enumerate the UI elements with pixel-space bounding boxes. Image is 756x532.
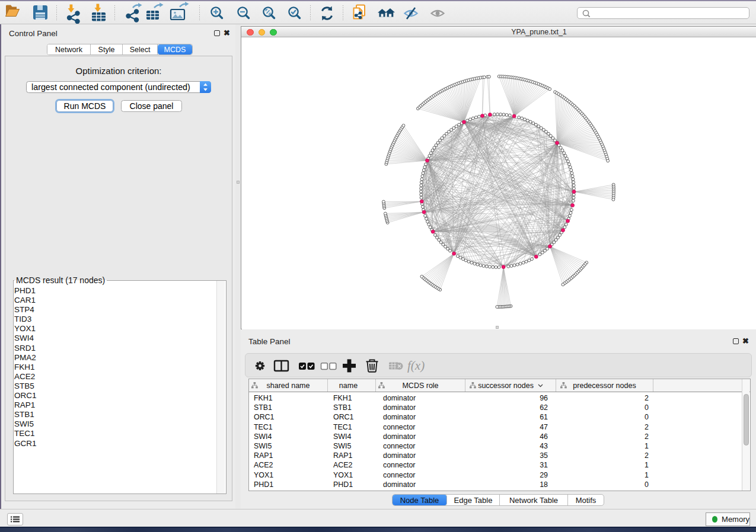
svg-text:f(x): f(x) [407, 358, 425, 373]
